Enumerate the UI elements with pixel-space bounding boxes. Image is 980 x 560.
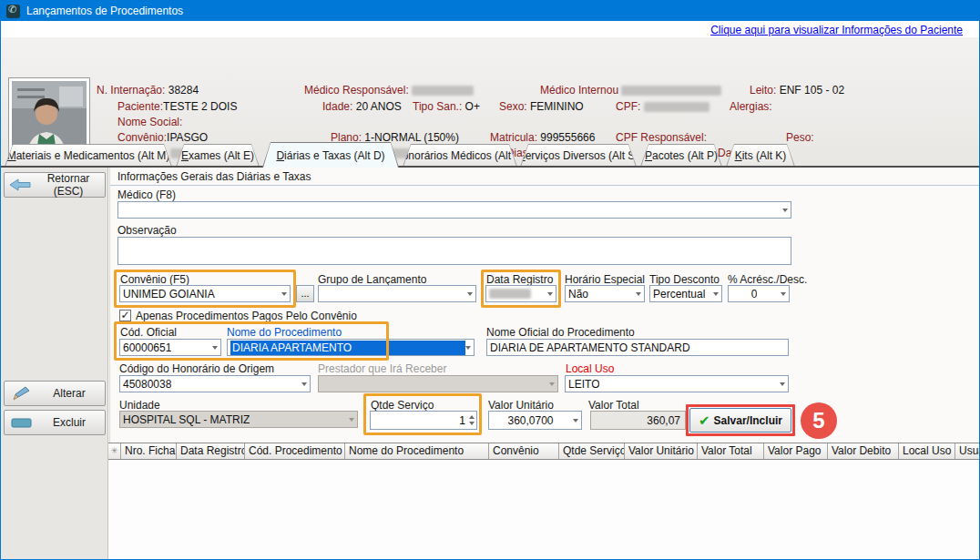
medico-combo[interactable]: [117, 201, 791, 219]
field-cpf-responsavel: CPF Responsável:: [616, 131, 707, 144]
prestador-label: Prestador que Irá Receber: [318, 362, 446, 375]
valor-unitario-combo[interactable]: 360,0700: [488, 411, 582, 430]
grid-indicator-icon: ✳: [108, 443, 121, 459]
redacted-value: [644, 102, 709, 112]
chevron-down-icon: [636, 292, 641, 299]
horario-especial-label: Horário Especial: [565, 273, 645, 286]
col-cod-procedimento[interactable]: Cód. Procedimento: [245, 443, 345, 459]
alterar-button[interactable]: Alterar: [4, 381, 106, 406]
convenio-label: Convênio (F5): [120, 273, 189, 286]
nome-oficial-input[interactable]: DIARIA DE APARTAMENTO STANDARD: [486, 339, 789, 356]
nome-procedimento-label: Nome do Procedimento: [227, 326, 342, 339]
patient-info-link[interactable]: Clique aqui para visualizar Informações …: [710, 24, 963, 36]
tab-servicos-diversos[interactable]: Serviços Diversos (Alt S): [520, 144, 637, 167]
tab-materiais-medicamentos[interactable]: Materiais e Medicamentos (Alt M): [5, 144, 172, 167]
chevron-down-icon: [780, 382, 785, 389]
col-valor-debito[interactable]: Valor Debito: [828, 443, 899, 459]
excluir-button[interactable]: Excluir: [4, 410, 106, 435]
spinner-arrows-icon: [469, 412, 475, 428]
col-qtde-servico[interactable]: Qtde Serviço: [559, 443, 625, 459]
grid-header: ✳ Nro. Ficha Data Registro Cód. Procedim…: [108, 443, 980, 460]
tab-exames[interactable]: Exames (Alt E): [176, 144, 260, 167]
apenas-pagos-label: Apenas Procedimentos Pagos Pelo Convênio: [136, 310, 357, 322]
tab-diarias-taxas[interactable]: Diárias e Taxas (Alt D): [262, 142, 399, 168]
step-5-badge: 5: [801, 402, 837, 439]
field-plano: Plano: 1-NORMAL (150%): [331, 131, 459, 144]
tab-kits[interactable]: Kits (Alt K): [726, 144, 795, 167]
section-title: Informações Gerais das Diárias e Taxas: [117, 170, 311, 183]
grupo-lancamento-label: Grupo de Lançamento: [318, 273, 426, 286]
data-registro-label: Data Registro: [486, 273, 553, 286]
col-local-uso[interactable]: Local Uso: [899, 443, 955, 459]
cod-oficial-combo[interactable]: 60000651: [119, 339, 221, 356]
chevron-down-icon: [781, 292, 786, 299]
chevron-down-icon: [549, 382, 555, 389]
col-nro-ficha[interactable]: Nro. Ficha: [121, 443, 177, 459]
redacted-value: [412, 86, 474, 96]
chevron-down-icon: [349, 418, 354, 424]
col-convenio[interactable]: Convênio: [489, 443, 559, 459]
link-bar: Clique aqui para visualizar Informações …: [1, 21, 980, 37]
unidade-label: Unidade: [119, 399, 160, 412]
field-alergias: Alergias:: [730, 100, 772, 113]
prestador-combo: [318, 375, 558, 392]
chevron-down-icon: [782, 209, 788, 215]
tab-strip-divider: [1, 166, 980, 168]
field-leito: Leito: ENF 105 - 02: [750, 84, 844, 97]
qtde-servico-stepper[interactable]: 1: [370, 411, 477, 430]
valor-total-field: 360,07: [590, 411, 686, 430]
salvar-incluir-button[interactable]: ✔Salvar/Incluir: [689, 408, 791, 433]
col-usuario[interactable]: Usuário: [955, 443, 980, 459]
col-data-registro[interactable]: Data Registro: [177, 443, 245, 459]
convenio-combo[interactable]: UNIMED GOIANIA: [119, 285, 291, 302]
cod-honorario-combo[interactable]: 45080038: [119, 375, 311, 392]
medico-label: Médico (F8): [117, 188, 176, 201]
observacao-label: Observação: [117, 224, 177, 237]
grupo-lancamento-combo[interactable]: [318, 285, 476, 302]
field-peso: Peso:: [786, 131, 814, 144]
nome-procedimento-combo[interactable]: DIARIA APARTAMENTO: [227, 339, 475, 356]
local-uso-combo[interactable]: LEITO: [565, 375, 789, 392]
tab-pacotes[interactable]: Pacotes (Alt P): [640, 144, 722, 167]
valor-total-label: Valor Total: [588, 399, 639, 412]
field-cpf: CPF:: [616, 100, 709, 113]
field-matricula: Matricula: 999555666: [490, 131, 595, 144]
chevron-down-icon: [301, 382, 307, 389]
grid-empty-area[interactable]: [108, 460, 980, 560]
local-uso-label: Local Uso: [566, 362, 614, 375]
field-tipo-san: Tipo San.: O+: [413, 100, 480, 113]
qtde-servico-label: Qtde Serviço: [371, 399, 434, 412]
sidebar: Retornar (ESC) Alterar Excluir: [1, 168, 108, 560]
procedure-entry-window: Lançamentos de Procedimentos Clique aqui…: [0, 0, 980, 560]
valor-unitario-label: Valor Unitário: [488, 399, 554, 412]
retornar-button[interactable]: Retornar (ESC): [4, 172, 106, 198]
field-idade: Idade: 20 ANOS: [322, 100, 402, 113]
acresc-desc-label: % Acrésc./Desc.: [728, 273, 807, 286]
acresc-desc-combo[interactable]: 0: [728, 285, 790, 302]
section-divider: [109, 185, 980, 186]
chevron-down-icon: [467, 292, 473, 299]
field-medico-internou: Médico Internou: [540, 84, 721, 97]
data-registro-combo[interactable]: [485, 285, 556, 302]
nome-oficial-label: Nome Oficial do Procedimento: [486, 326, 635, 339]
tab-honorarios-medicos[interactable]: Honorários Médicos (Alt H): [403, 144, 517, 167]
chevron-down-icon: [281, 292, 287, 299]
title-bar: Lançamentos de Procedimentos: [1, 1, 980, 21]
cod-oficial-label: Cód. Oficial: [120, 326, 177, 339]
field-convenio: Convênio:IPASGO: [117, 131, 208, 144]
field-medico-responsavel: Médico Responsável:: [304, 84, 474, 97]
redacted-value: [489, 289, 531, 299]
chevron-down-icon: [212, 346, 218, 352]
horario-especial-combo[interactable]: Não: [565, 285, 645, 302]
apenas-pagos-checkbox[interactable]: [119, 310, 131, 321]
unidade-combo: HOSPITAL SQL - MATRIZ: [119, 411, 358, 428]
tipo-desconto-label: Tipo Desconto: [649, 273, 720, 286]
tipo-desconto-combo[interactable]: Percentual: [649, 285, 722, 302]
col-valor-pago[interactable]: Valor Pago: [764, 443, 828, 459]
col-nome-procedimento[interactable]: Nome do Procedimento: [345, 443, 489, 459]
cod-honorario-label: Código do Honorário de Origem: [119, 362, 274, 375]
observacao-input[interactable]: [117, 237, 791, 265]
col-valor-total[interactable]: Valor Total: [698, 443, 764, 459]
convenio-browse-button[interactable]: ...: [296, 285, 314, 302]
col-valor-unitario[interactable]: Valor Unitário: [625, 443, 698, 459]
